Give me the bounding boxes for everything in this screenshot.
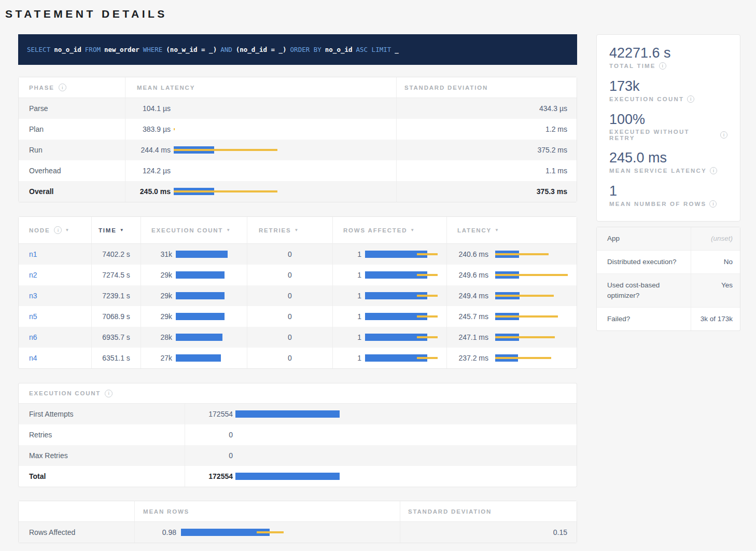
bar-stddev-whisker bbox=[495, 315, 558, 318]
mean-latency-cell: 124.2 µs bbox=[125, 160, 396, 181]
count-bar bbox=[235, 431, 355, 438]
node-link[interactable]: n2 bbox=[29, 271, 37, 279]
rows-affected-column-header[interactable]: ROWS AFFECTED ▼ bbox=[332, 217, 446, 243]
execution-count-bar bbox=[176, 271, 246, 279]
table-row: n3 7239.1 s 29k 0 1 bbox=[19, 285, 577, 306]
node-link[interactable]: n5 bbox=[29, 312, 37, 321]
sort-arrow-icon[interactable]: ▼ bbox=[65, 228, 70, 232]
sql-token: ASC LIMIT bbox=[356, 46, 391, 53]
node-link[interactable]: n6 bbox=[29, 333, 37, 341]
stddev-value: 1.1 ms bbox=[396, 160, 578, 181]
mean-latency-cell: 245.0 ms bbox=[125, 181, 396, 202]
phase-latency-table: PHASE i MEAN LATENCY STANDARD DEVIATION … bbox=[18, 77, 577, 202]
rows-affected-bar bbox=[365, 292, 443, 299]
execution-count-title: EXECUTION COUNT i bbox=[19, 390, 113, 397]
node-link[interactable]: n4 bbox=[29, 354, 37, 362]
phase-table-header: PHASE i MEAN LATENCY STANDARD DEVIATION bbox=[19, 77, 577, 98]
count-cell: 172554 bbox=[185, 404, 578, 424]
sort-arrow-icon[interactable]: ▼ bbox=[120, 228, 125, 232]
phase-label: Overall bbox=[19, 181, 125, 202]
info-icon[interactable]: i bbox=[59, 84, 66, 91]
time-value: 7239.1 s bbox=[91, 285, 141, 306]
info-icon[interactable]: i bbox=[54, 226, 62, 234]
latency-column-header[interactable]: LATENCY ▼ bbox=[446, 217, 578, 243]
node-link[interactable]: n3 bbox=[29, 292, 37, 300]
statement-details-page: STATEMENT DETAILS SELECT no_o_id FROM ne… bbox=[0, 0, 756, 551]
bar-blue bbox=[176, 313, 225, 320]
info-icon[interactable]: i bbox=[710, 167, 717, 174]
bar-stddev-whisker bbox=[495, 295, 554, 297]
sql-statement: SELECT no_o_id FROM new_order WHERE (no_… bbox=[27, 46, 399, 53]
sql-token: ORDER BY bbox=[290, 46, 321, 53]
rows-affected-table-header: MEAN ROWS STANDARD DEVIATION bbox=[19, 501, 577, 522]
count-bar bbox=[235, 410, 355, 418]
bar-stddev-whisker bbox=[417, 295, 438, 297]
time-column-header[interactable]: TIME ▼ bbox=[91, 217, 141, 243]
bar-blue bbox=[235, 410, 340, 418]
latency-header-label: LATENCY bbox=[457, 227, 492, 233]
stat-label-text: TOTAL TIME bbox=[609, 63, 656, 69]
execution-count-value: 29k bbox=[141, 312, 172, 321]
count-cell: 0 bbox=[185, 445, 578, 466]
sort-arrow-icon[interactable]: ▼ bbox=[495, 228, 500, 232]
stat-value: 100% bbox=[609, 111, 727, 128]
bar-stddev-whisker bbox=[174, 128, 175, 130]
execution-count-bar bbox=[176, 334, 246, 341]
rows-affected-bar bbox=[365, 271, 443, 279]
bar-stddev-whisker bbox=[174, 190, 277, 192]
mean-rows-value: 0.98 bbox=[135, 528, 176, 536]
phase-label: Plan bbox=[19, 119, 125, 140]
rows-affected-cell: 1 bbox=[332, 306, 446, 327]
mean-latency-cell: 104.1 µs bbox=[125, 98, 396, 119]
count-cell: 172554 bbox=[185, 466, 578, 487]
execution-count-value: 29k bbox=[141, 271, 172, 279]
sql-token: (no_d_id = _) bbox=[236, 46, 287, 53]
rows-affected-cell: 1 bbox=[332, 327, 446, 348]
attribute-row-distributed: Distributed execution? No bbox=[597, 251, 740, 274]
sort-arrow-icon[interactable]: ▼ bbox=[226, 228, 231, 232]
bar-stddev-whisker bbox=[495, 253, 549, 255]
phase-label: Parse bbox=[19, 98, 125, 119]
sort-arrow-icon[interactable]: ▼ bbox=[294, 228, 299, 232]
rows-affected-table: MEAN ROWS STANDARD DEVIATION Rows Affect… bbox=[18, 501, 577, 543]
count-value: 172554 bbox=[185, 410, 233, 418]
latency-bar bbox=[495, 292, 571, 299]
latency-cell: 249.6 ms bbox=[446, 265, 578, 285]
blank-column-header bbox=[19, 501, 134, 521]
attribute-row-app: App (unset) bbox=[597, 227, 740, 251]
sort-arrow-icon[interactable]: ▼ bbox=[410, 228, 415, 232]
info-icon[interactable]: i bbox=[720, 131, 727, 139]
time-value: 7068.9 s bbox=[91, 306, 141, 327]
stat-label: EXECUTION COUNT i bbox=[609, 95, 727, 103]
info-icon[interactable]: i bbox=[709, 200, 717, 208]
stat-label-text: MEAN NUMBER OF ROWS bbox=[609, 201, 706, 207]
info-icon[interactable]: i bbox=[659, 62, 666, 70]
stat-mean-service-latency: 245.0 ms MEAN SERVICE LATENCY i bbox=[609, 149, 727, 174]
table-row: n5 7068.9 s 29k 0 1 bbox=[19, 306, 577, 327]
node-statistics-table: NODE i ▼ TIME ▼ EXECUTION COUNT ▼ RETRIE… bbox=[18, 216, 577, 369]
execution-count-cell: 27k bbox=[141, 348, 247, 368]
rows-affected-cell: 1 bbox=[332, 265, 446, 285]
attribute-value: No bbox=[691, 251, 741, 273]
mean-latency-cell: 383.9 µs bbox=[125, 119, 396, 140]
latency-value: 245.7 ms bbox=[447, 312, 488, 321]
latency-cell: 249.4 ms bbox=[446, 285, 578, 306]
phase-column-header: PHASE i bbox=[19, 77, 125, 98]
info-icon[interactable]: i bbox=[105, 390, 113, 397]
latency-value: 249.4 ms bbox=[447, 292, 488, 300]
stat-total-time: 42271.6 s TOTAL TIME i bbox=[609, 45, 727, 70]
node-link[interactable]: n1 bbox=[29, 250, 37, 258]
info-icon[interactable]: i bbox=[687, 95, 694, 103]
stat-label: EXECUTED WITHOUT RETRY i bbox=[609, 129, 727, 141]
bar-stddev-whisker bbox=[417, 357, 438, 359]
time-header-label: TIME bbox=[99, 227, 117, 233]
latency-value: 249.6 ms bbox=[447, 271, 488, 279]
count-value: 0 bbox=[185, 431, 233, 439]
execution-count-title-label: EXECUTION COUNT bbox=[29, 390, 101, 396]
node-column-header[interactable]: NODE i ▼ bbox=[19, 217, 91, 243]
execution-count-column-header[interactable]: EXECUTION COUNT ▼ bbox=[141, 217, 247, 243]
retries-column-header[interactable]: RETRIES ▼ bbox=[247, 217, 332, 243]
latency-bar bbox=[174, 188, 283, 195]
attribute-row-optimizer: Used cost-based optimizer? Yes bbox=[597, 274, 740, 308]
bar-blue bbox=[176, 334, 222, 341]
